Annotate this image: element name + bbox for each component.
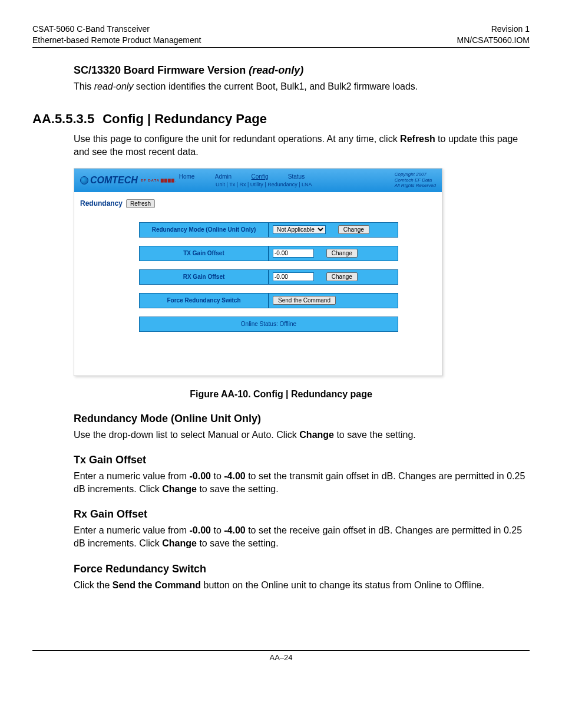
text-bold: Refresh [400,134,435,144]
change-button[interactable]: Change [326,249,358,258]
h-redundancy-mode: Redundancy Mode (Online Unit Only) [74,413,530,425]
section-title: Config | Redundancy Page [103,111,267,126]
text: Use the drop-down list to select Manual … [74,430,299,440]
send-command-button[interactable]: Send the Command [273,296,336,305]
h-rx-gain: Rx Gain Offset [74,508,530,521]
panel-title: Redundancy [80,199,123,207]
tx-gain-input[interactable] [273,249,314,258]
config-table: Redundancy Mode (Online Unit Only) Not A… [139,214,398,340]
label-force-switch: Force Redundancy Switch [139,293,269,308]
p-rx-gain: Enter a numeric value from -0.00 to -4.0… [74,524,530,549]
text-bold: -0.00 [190,471,211,481]
text-em: read-only [94,81,134,91]
text-bold: Change [162,538,197,548]
text: section identifies the current Boot, Bul… [133,81,418,91]
sub-nav[interactable]: Unit | Tx | Rx | Utility | Redundancy | … [216,182,312,187]
online-status-text: Online Status: Offline [139,317,398,332]
text: Use this page to configure the unit for … [74,134,400,144]
row-rx-gain: RX Gain Offset Change [139,269,398,285]
p-force-switch: Click the Send the Command button on the… [74,579,530,592]
label-redundancy-mode: Redundancy Mode (Online Unit Only) [139,222,269,238]
text-bold: -0.00 [190,525,211,535]
row-redundancy-mode: Redundancy Mode (Online Unit Only) Not A… [139,222,398,238]
row-force-switch: Force Redundancy Switch Send the Command [139,293,398,308]
text-bold: Change [299,430,334,440]
h-tx-gain: Tx Gain Offset [74,454,530,466]
page-header: CSAT-5060 C-Band Transceiver Ethernet-ba… [32,24,530,48]
label-tx-gain: TX Gain Offset [139,246,269,261]
refresh-button[interactable]: Refresh [126,199,155,208]
text: to save the setting. [197,484,279,494]
text: button on the Online unit to change its … [201,580,484,590]
firmware-version-heading: SC/13320 Board Firmware Version (read-on… [74,64,530,77]
text-bold: Change [162,484,197,494]
text-bold: Send the Command [113,580,201,590]
heading-text: SC/13320 Board Firmware Version [74,64,249,76]
nav-config[interactable]: Config [242,172,278,181]
heading-readonly: (read-only) [249,64,303,76]
app-topbar: COMTECH EF DATA ▇▇▇▇. Home Admin Config … [74,169,442,192]
page-footer: AA–24 [32,650,530,662]
text: to save the setting. [197,538,279,548]
copyright-text: Copyright 2007 Comtech EF Data All Right… [395,172,436,189]
firmware-version-body: This read-only section identifies the cu… [74,80,530,93]
text: to [211,471,224,481]
rx-gain-input[interactable] [273,272,314,281]
section-heading: AA.5.5.3.5Config | Redundancy Page [32,111,530,127]
section-intro: Use this page to configure the unit for … [74,133,530,158]
nav-status[interactable]: Status [278,172,315,181]
nav-admin[interactable]: Admin [205,172,242,181]
row-online-status: Online Status: Offline [139,317,398,332]
header-right: Revision 1 MN/CSAT5060.IOM [457,24,530,46]
text-bold: -4.00 [224,525,245,535]
p-redundancy-mode: Use the drop-down list to select Manual … [74,429,530,442]
text: Enter a numeric value from [74,525,190,535]
section-number: AA.5.5.3.5 [32,111,94,127]
text: to [211,525,224,535]
text: Enter a numeric value from [74,471,190,481]
figure-caption: Figure AA-10. Config | Redundancy page [32,389,530,400]
change-button[interactable]: Change [326,272,358,281]
nav-home[interactable]: Home [168,172,205,181]
change-button[interactable]: Change [338,225,369,234]
text: Click the [74,580,113,590]
label-rx-gain: RX Gain Offset [139,269,269,285]
h-force-switch: Force Redundancy Switch [74,563,530,575]
globe-icon [80,176,88,185]
redundancy-mode-select[interactable]: Not Applicable [273,225,326,234]
text-bold: -4.00 [224,471,245,481]
top-nav: Home Admin Config Status [168,172,315,181]
text: This [74,81,94,91]
header-left: CSAT-5060 C-Band Transceiver Ethernet-ba… [32,24,201,46]
row-tx-gain: TX Gain Offset Change [139,246,398,261]
brand-logo: COMTECH EF DATA ▇▇▇▇. [80,175,177,186]
logo-text: COMTECH [90,175,138,186]
figure-redundancy-page: COMTECH EF DATA ▇▇▇▇. Home Admin Config … [74,168,442,376]
text: to save the setting. [334,430,416,440]
p-tx-gain: Enter a numeric value from -0.00 to -4.0… [74,470,530,495]
